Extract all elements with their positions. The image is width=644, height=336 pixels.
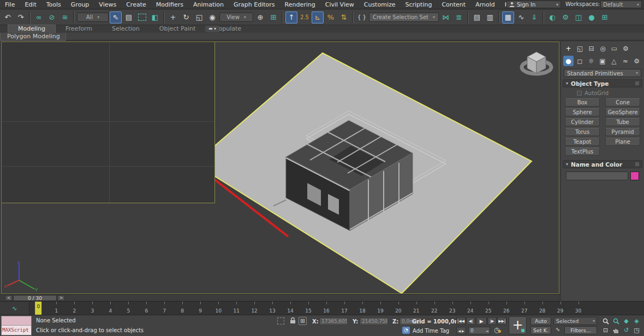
goto-end-button[interactable]: ▶▶| — [497, 317, 506, 325]
name-color-header[interactable]: ▾ Name and Color — [563, 160, 642, 168]
key-selection-dropdown[interactable]: Selected — [553, 317, 597, 325]
timeline-frame[interactable]: 23 — [443, 302, 461, 315]
maxscript-editor-icon[interactable]: { } — [356, 11, 368, 23]
key-mode-toggle[interactable]: ◀ ▶ — [456, 327, 466, 334]
snaps-toggle-icon[interactable]: 2.5 — [299, 11, 311, 23]
select-by-name-icon[interactable]: ▤ — [123, 11, 135, 23]
timeline-frame[interactable]: 2 — [65, 302, 84, 315]
timeline-frame[interactable]: 16 — [318, 302, 336, 315]
keyboard-override-icon[interactable]: ↑ — [285, 11, 297, 23]
cat-geometry-icon[interactable]: ● — [563, 56, 574, 66]
x-coord-field[interactable]: 17365,605m — [319, 317, 348, 325]
primitive-button[interactable]: Tube — [605, 118, 640, 126]
menu-item[interactable]: File — [0, 1, 20, 9]
ribbon-toggle-icon[interactable]: ▦ — [502, 11, 514, 23]
mini-curve-editor-button[interactable]: ∿ — [0, 302, 29, 315]
timeline-frame[interactable]: 26 — [497, 302, 515, 315]
time-configuration-icon[interactable]: ◷ — [494, 326, 499, 334]
maxscript-pink-row[interactable] — [2, 316, 31, 326]
timeline-frame[interactable]: 21 — [407, 302, 425, 315]
rendered-frame-icon[interactable]: ◫ — [573, 11, 585, 23]
timeline-frame[interactable]: 4 — [102, 302, 120, 315]
rect-selection-region-icon[interactable] — [136, 11, 148, 23]
material-editor-icon[interactable]: ◐ — [546, 11, 558, 23]
polygon-modeling-panel[interactable]: Polygon Modeling — [0, 33, 66, 41]
menu-item[interactable]: Customize — [359, 1, 401, 9]
perspective-viewport[interactable]: z x y — [1, 42, 559, 294]
timeline-frame[interactable]: 7 — [156, 302, 174, 315]
primitive-button[interactable]: Plane — [605, 138, 640, 146]
zoom-region-icon[interactable]: ⊡ — [600, 326, 611, 335]
timeline-frame[interactable]: 29 — [551, 302, 569, 315]
add-time-tag-icon[interactable]: ◔ — [402, 327, 410, 334]
next-frame-button[interactable]: |▶ — [487, 317, 497, 325]
select-scale-icon[interactable]: ◱ — [193, 11, 205, 23]
time-slider-grip[interactable]: 0 / 30 — [13, 295, 57, 301]
viewcube[interactable] — [520, 48, 553, 81]
autogrid-checkbox[interactable] — [577, 91, 582, 96]
set-keys-button[interactable]: + — [509, 316, 527, 334]
absolute-offset-toggle-icon[interactable]: ⊞ — [299, 317, 307, 325]
pan-icon[interactable] — [611, 326, 621, 335]
maxscript-mini-listener[interactable]: MAXScript Mi — [1, 316, 32, 335]
time-slider[interactable]: < 0 / 30 > — [1, 294, 559, 301]
ribbon-tab[interactable]: Freeform — [56, 25, 102, 33]
selection-lock-icon[interactable] — [288, 317, 297, 325]
primitives-dropdown[interactable]: Standard Primitives — [564, 69, 641, 77]
curve-editor-icon[interactable]: ∿ — [515, 11, 527, 23]
align-icon[interactable]: ≣ — [453, 11, 465, 23]
pivot-center-icon[interactable]: ⊕ — [254, 11, 266, 23]
menu-item[interactable]: Civil View — [320, 1, 359, 9]
redo-icon[interactable]: ↷ — [15, 11, 27, 23]
filters-button[interactable]: Filters... — [564, 326, 597, 334]
tab-utilities-icon[interactable]: ⚙ — [621, 43, 631, 54]
timeline-frame[interactable]: 14 — [282, 302, 300, 315]
timeline-frame[interactable]: 30 — [569, 302, 587, 315]
zoom-all-icon[interactable] — [611, 316, 621, 326]
menu-item[interactable]: Graph Editors — [229, 1, 280, 9]
angle-snap-icon[interactable]: ⊾ — [312, 11, 324, 23]
primitive-button[interactable]: Teapot — [565, 138, 600, 146]
object-name-input[interactable] — [566, 172, 628, 180]
cat-systems-icon[interactable]: ⚙ — [631, 56, 642, 66]
render-setup-icon[interactable]: ⚙ — [559, 11, 571, 23]
timeline-frame[interactable]: 12 — [246, 302, 264, 315]
window-crossing-icon[interactable]: ◧ — [149, 11, 161, 23]
cat-spacewarps-icon[interactable]: ≈ — [620, 56, 630, 66]
timeline-frame[interactable]: 22 — [425, 302, 443, 315]
select-object-icon[interactable]: ⇖ — [110, 11, 122, 23]
percent-snap-icon[interactable]: % — [325, 11, 337, 23]
primitive-button[interactable]: Cone — [605, 98, 640, 107]
current-frame-spinner[interactable]: 0 — [468, 327, 490, 334]
timeline-frame[interactable]: 9 — [192, 302, 210, 315]
cat-lights-icon[interactable]: ☼ — [586, 56, 597, 66]
timeline-frame[interactable]: 24 — [461, 302, 479, 315]
timeline-frame[interactable]: 13 — [264, 302, 282, 315]
sign-in-dropdown[interactable]: Sign In ▾ — [506, 1, 561, 8]
timeline-frame[interactable]: 11 — [228, 302, 246, 315]
render-icon[interactable]: ● — [586, 11, 598, 23]
tab-motion-icon[interactable]: ◎ — [598, 43, 608, 54]
render-grid-icon[interactable]: ⊞ — [599, 11, 611, 23]
tab-modify-icon[interactable]: ◱ — [575, 43, 585, 54]
object-type-header[interactable]: ▾ Object Type — [563, 79, 642, 87]
timeline-frame[interactable]: 8 — [174, 302, 192, 315]
orbit-icon[interactable]: ↺ — [621, 326, 631, 335]
timeline-frame[interactable]: 25 — [479, 302, 497, 315]
selection-filter-dropdown[interactable]: All — [77, 13, 109, 22]
menu-item[interactable]: Tools — [41, 1, 66, 9]
ref-coord-dropdown[interactable]: View — [219, 13, 253, 22]
y-coord-field[interactable]: 21450,758m — [360, 317, 388, 325]
timeline-frame[interactable]: 20 — [389, 302, 407, 315]
timeline-frame[interactable]: 3 — [84, 302, 102, 315]
primitive-button[interactable]: GeoSphere — [605, 108, 640, 116]
timeline-frame[interactable]: 1 — [47, 302, 65, 315]
menu-item[interactable]: Animation — [188, 1, 229, 9]
timeline-frame[interactable]: 10 — [210, 302, 228, 315]
cat-helpers-icon[interactable]: △ — [609, 56, 619, 66]
tab-display-icon[interactable]: ▭ — [609, 43, 619, 54]
selection-set-dropdown[interactable]: Create Selection Set — [369, 13, 439, 22]
primitive-button[interactable]: TextPlus — [565, 148, 600, 156]
menu-item[interactable]: Scripting — [400, 1, 437, 9]
auto-key-button[interactable]: Auto — [530, 317, 551, 325]
